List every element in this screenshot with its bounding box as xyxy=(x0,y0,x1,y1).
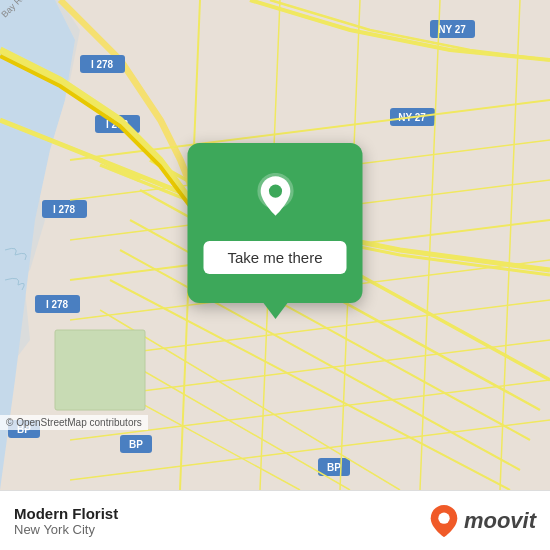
svg-point-47 xyxy=(268,184,281,197)
svg-text:BP: BP xyxy=(327,462,341,473)
popup-card: Take me there xyxy=(188,143,363,303)
popup-overlay: Take me there xyxy=(188,143,363,319)
moovit-pin-icon xyxy=(428,503,460,539)
moovit-logo: moovit xyxy=(428,503,536,539)
map-container: I 278 I 278 I 278 I 278 NY 27 NY 27 BP B… xyxy=(0,0,550,490)
bottom-bar: Modern Florist New York City moovit xyxy=(0,490,550,550)
svg-text:BP: BP xyxy=(129,439,143,450)
moovit-text: moovit xyxy=(464,508,536,534)
place-info: Modern Florist New York City xyxy=(14,505,118,537)
svg-point-48 xyxy=(438,512,449,523)
svg-text:NY 27: NY 27 xyxy=(438,24,466,35)
svg-rect-44 xyxy=(55,330,145,410)
location-pin-icon xyxy=(247,172,303,228)
place-city: New York City xyxy=(14,522,118,537)
svg-text:I 278: I 278 xyxy=(91,59,114,70)
place-name: Modern Florist xyxy=(14,505,118,522)
svg-text:I 278: I 278 xyxy=(46,299,69,310)
popup-tail xyxy=(263,303,287,319)
take-me-there-button[interactable]: Take me there xyxy=(204,240,347,273)
svg-text:I 278: I 278 xyxy=(53,204,76,215)
copyright-text: © OpenStreetMap contributors xyxy=(0,415,148,430)
